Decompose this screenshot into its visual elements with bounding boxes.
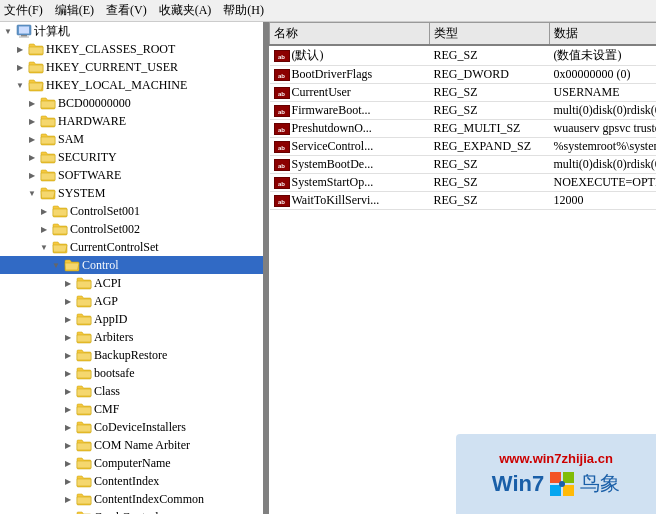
expander-hklm[interactable]: ▼ — [12, 77, 28, 93]
tree-item-contentindexcommon[interactable]: ▶ ContentIndexCommon — [0, 490, 263, 508]
cell-data-5: %systemroot%\system32\ — [550, 138, 657, 156]
tree-label-software: SOFTWARE — [58, 168, 121, 183]
cell-type-8: REG_SZ — [430, 192, 550, 210]
tree-item-computername[interactable]: ▶ ComputerName — [0, 454, 263, 472]
expander-bootsafe[interactable]: ▶ — [60, 365, 76, 381]
expander-hkcu[interactable]: ▶ — [12, 59, 28, 75]
tree-item-acpi[interactable]: ▶ ACPI — [0, 274, 263, 292]
cell-name-0: ab(默认) — [270, 45, 430, 66]
expander-appid[interactable]: ▶ — [60, 311, 76, 327]
tree-item-appid[interactable]: ▶ AppID — [0, 310, 263, 328]
tree-item-bootsafe[interactable]: ▶ bootsafe — [0, 364, 263, 382]
cell-name-8: abWaitToKillServi... — [270, 192, 430, 210]
table-row[interactable]: abCurrentUser REG_SZ USERNAME — [270, 84, 657, 102]
tree-item-comnamearbiter[interactable]: ▶ COM Name Arbiter — [0, 436, 263, 454]
registry-tree[interactable]: ▼ 计算机 ▶ HKEY_CLASSES_ROOT ▶ HKEY_CURRENT… — [0, 22, 265, 514]
tree-label-class: Class — [94, 384, 120, 399]
tree-item-hkcu[interactable]: ▶ HKEY_CURRENT_USER — [0, 58, 263, 76]
tree-item-class[interactable]: ▶ Class — [0, 382, 263, 400]
expander-cmf[interactable]: ▶ — [60, 401, 76, 417]
table-row[interactable]: abSystemBootDe... REG_SZ multi(0)disk(0)… — [270, 156, 657, 174]
table-row[interactable]: abSystemStartOp... REG_SZ NOEXECUTE=OPTI… — [270, 174, 657, 192]
expander-system[interactable]: ▼ — [24, 185, 40, 201]
tree-item-arbiters[interactable]: ▶ Arbiters — [0, 328, 263, 346]
table-row[interactable]: abPreshutdownO... REG_MULTI_SZ wuauserv … — [270, 120, 657, 138]
tree-item-security[interactable]: ▶ SECURITY — [0, 148, 263, 166]
expander-contentindexcommon[interactable]: ▶ — [60, 491, 76, 507]
value-type-icon: ab — [274, 69, 290, 81]
expander-computername[interactable]: ▶ — [60, 455, 76, 471]
registry-values-panel[interactable]: 名称 类型 数据 ab(默认) REG_SZ (数值未设置) abBootDri… — [269, 22, 656, 514]
tree-item-cmf[interactable]: ▶ CMF — [0, 400, 263, 418]
expander-hardware[interactable]: ▶ — [24, 113, 40, 129]
table-row[interactable]: abServiceControl... REG_EXPAND_SZ %syste… — [270, 138, 657, 156]
tree-label-sam: SAM — [58, 132, 84, 147]
cell-type-2: REG_SZ — [430, 84, 550, 102]
menu-bar: 文件(F) 编辑(E) 查看(V) 收藏夹(A) 帮助(H) — [0, 0, 656, 22]
tree-item-hardware[interactable]: ▶ HARDWARE — [0, 112, 263, 130]
tree-label-backuprestore: BackupRestore — [94, 348, 167, 363]
expander-acpi[interactable]: ▶ — [60, 275, 76, 291]
value-type-icon: ab — [274, 105, 290, 117]
tree-item-hkcr[interactable]: ▶ HKEY_CLASSES_ROOT — [0, 40, 263, 58]
main-container: ▼ 计算机 ▶ HKEY_CLASSES_ROOT ▶ HKEY_CURRENT… — [0, 22, 656, 514]
tree-item-crashcontrol[interactable]: ▶ CrashControl — [0, 508, 263, 514]
expander-comnamearbiter[interactable]: ▶ — [60, 437, 76, 453]
tree-item-controlset002[interactable]: ▶ ControlSet002 — [0, 220, 263, 238]
column-name-header[interactable]: 名称 — [270, 23, 430, 46]
expander-crashcontrol[interactable]: ▶ — [60, 509, 76, 514]
menu-favorites[interactable]: 收藏夹(A) — [159, 2, 212, 19]
table-row[interactable]: ab(默认) REG_SZ (数值未设置) — [270, 45, 657, 66]
tree-item-hklm[interactable]: ▼ HKEY_LOCAL_MACHINE — [0, 76, 263, 94]
expander-security[interactable]: ▶ — [24, 149, 40, 165]
expander-arbiters[interactable]: ▶ — [60, 329, 76, 345]
column-data-header[interactable]: 数据 — [550, 23, 657, 46]
expander-backuprestore[interactable]: ▶ — [60, 347, 76, 363]
expander-bcd[interactable]: ▶ — [24, 95, 40, 111]
table-row[interactable]: abWaitToKillServi... REG_SZ 12000 — [270, 192, 657, 210]
cell-type-5: REG_EXPAND_SZ — [430, 138, 550, 156]
menu-view[interactable]: 查看(V) — [106, 2, 147, 19]
cell-name-7: abSystemStartOp... — [270, 174, 430, 192]
tree-item-backuprestore[interactable]: ▶ BackupRestore — [0, 346, 263, 364]
tree-item-control[interactable]: ▼ Control — [0, 256, 263, 274]
table-row[interactable]: abBootDriverFlags REG_DWORD 0x00000000 (… — [270, 66, 657, 84]
menu-file[interactable]: 文件(F) — [4, 2, 43, 19]
tree-item-codeviceinstallers[interactable]: ▶ CoDeviceInstallers — [0, 418, 263, 436]
expander-class[interactable]: ▶ — [60, 383, 76, 399]
tree-label-controlset002: ControlSet002 — [70, 222, 140, 237]
folder-icon-hkcu — [28, 60, 44, 74]
tree-label-bootsafe: bootsafe — [94, 366, 135, 381]
expander-agp[interactable]: ▶ — [60, 293, 76, 309]
expander-controlset001[interactable]: ▶ — [36, 203, 52, 219]
expander-currentcontrolset[interactable]: ▼ — [36, 239, 52, 255]
expander-contentindex[interactable]: ▶ — [60, 473, 76, 489]
svg-rect-3 — [19, 37, 29, 38]
tree-item-controlset001[interactable]: ▶ ControlSet001 — [0, 202, 263, 220]
expander-controlset002[interactable]: ▶ — [36, 221, 52, 237]
tree-item-currentcontrolset[interactable]: ▼ CurrentControlSet — [0, 238, 263, 256]
column-type-header[interactable]: 类型 — [430, 23, 550, 46]
cell-name-1: abBootDriverFlags — [270, 66, 430, 84]
expander-codeviceinstallers[interactable]: ▶ — [60, 419, 76, 435]
expander-sam[interactable]: ▶ — [24, 131, 40, 147]
cell-data-6: multi(0)disk(0)rdisk(0)parti — [550, 156, 657, 174]
tree-item-computer[interactable]: ▼ 计算机 — [0, 22, 263, 40]
expander-software[interactable]: ▶ — [24, 167, 40, 183]
folder-icon-agp — [76, 294, 92, 308]
tree-item-bcd[interactable]: ▶ BCD00000000 — [0, 94, 263, 112]
tree-label-appid: AppID — [94, 312, 127, 327]
menu-edit[interactable]: 编辑(E) — [55, 2, 94, 19]
tree-label-codeviceinstallers: CoDeviceInstallers — [94, 420, 186, 435]
tree-item-software[interactable]: ▶ SOFTWARE — [0, 166, 263, 184]
tree-item-agp[interactable]: ▶ AGP — [0, 292, 263, 310]
cell-name-6: abSystemBootDe... — [270, 156, 430, 174]
table-row[interactable]: abFirmwareBoot... REG_SZ multi(0)disk(0)… — [270, 102, 657, 120]
expander-hkcr[interactable]: ▶ — [12, 41, 28, 57]
tree-item-sam[interactable]: ▶ SAM — [0, 130, 263, 148]
menu-help[interactable]: 帮助(H) — [223, 2, 264, 19]
expander-control[interactable]: ▼ — [48, 257, 64, 273]
tree-item-system[interactable]: ▼ SYSTEM — [0, 184, 263, 202]
expander-computer[interactable]: ▼ — [0, 23, 16, 39]
tree-item-contentindex[interactable]: ▶ ContentIndex — [0, 472, 263, 490]
